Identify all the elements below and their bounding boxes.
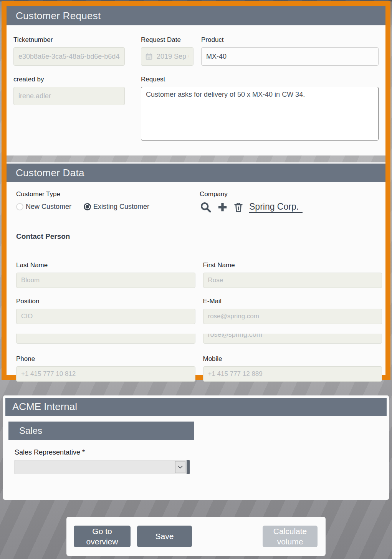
section-acme-internal: ACME Internal Sales Sales Representative… [3,395,389,500]
section-title: Sales [19,425,42,436]
plus-icon[interactable] [217,202,228,212]
created-by-label: created by [13,76,125,83]
section-customer-request: Customer Request Ticketnumber Request Da… [7,6,385,155]
created-by-field [13,87,125,105]
section-title: ACME Internal [12,401,77,413]
section-header-customer-data: Customer Data [7,164,385,182]
contact-person-heading: Contact Person [16,232,382,241]
product-label: Product [201,36,379,44]
trash-icon[interactable] [233,202,243,213]
request-date-label: Request Date [141,36,194,44]
sales-representative-label: Sales Representative * [15,448,387,456]
go-to-overview-button[interactable]: Go to overview [74,526,131,547]
customer-type-label: Customer Type [16,190,200,198]
last-name-label: Last Name [16,261,195,269]
first-name-field [203,273,382,288]
email-field [203,309,382,324]
section-header-customer-request: Customer Request [7,6,385,25]
position-field [16,309,195,324]
request-label: Request [141,76,379,83]
clipped-field-left [16,334,195,344]
ticketnumber-label: Ticketnumber [13,36,125,44]
request-field[interactable]: Customer asks for delivery of 50 x MX-40… [141,87,379,141]
chevron-down-icon[interactable] [175,461,185,473]
clipped-field-email [203,334,382,344]
mobile-field [203,366,382,382]
section-header-sales: Sales [8,422,194,440]
calendar-icon [145,52,153,61]
section-header-acme-internal: ACME Internal [5,398,387,416]
radio-existing-customer[interactable] [84,203,91,210]
phone-label: Phone [16,355,195,363]
radio-new-customer[interactable] [16,203,23,210]
last-name-field [16,273,195,288]
radio-existing-customer-label[interactable]: Existing Customer [93,203,149,211]
email-label: E-Mail [203,298,382,305]
first-name-label: First Name [203,261,382,269]
action-bar: Go to overview Save Calculate volume [66,517,326,556]
select-scroll-bar [187,460,190,474]
clipped-field-row [16,334,382,344]
save-button[interactable]: Save [137,526,192,547]
calculate-volume-button: Calculate volume [263,526,318,547]
product-field[interactable] [201,47,379,66]
position-label: Position [16,298,195,305]
company-link[interactable]: Spring Corp. [249,201,303,213]
section-title: Customer Request [16,10,101,22]
ticketnumber-field [13,47,125,66]
section-customer-data: Customer Data Customer Type New Customer… [7,162,385,375]
company-label: Company [200,190,382,198]
section-title: Customer Data [16,167,84,179]
mobile-label: Mobile [203,355,382,363]
phone-field [16,366,195,382]
customer-request-modal: Customer Request Ticketnumber Request Da… [2,1,390,380]
radio-new-customer-label[interactable]: New Customer [26,203,71,211]
sales-representative-select[interactable] [15,460,190,474]
search-icon[interactable] [200,201,212,213]
